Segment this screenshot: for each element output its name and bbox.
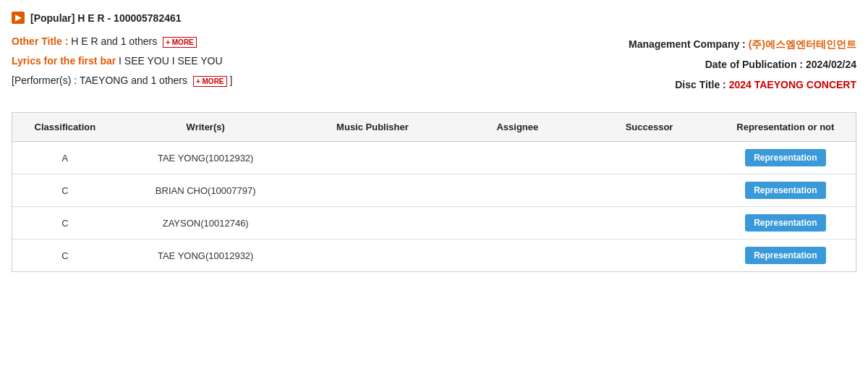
cell-classification: A [12,142,118,174]
cell-writer: TAE YONG(10012932) [118,142,294,174]
cell-representation: Representation [715,174,856,207]
cell-assignee [451,142,583,174]
cell-assignee [451,174,583,207]
cell-representation: Representation [715,239,856,272]
other-title-label: Other Title : [12,35,68,47]
col-header-assignee: Assignee [451,113,583,142]
col-header-successor: Successor [583,113,715,142]
col-header-writers: Writer(s) [118,113,294,142]
management-value: (주)에스엠엔터테인먼트 [749,38,856,50]
col-header-publisher: Music Publisher [294,113,452,142]
disc-label: Disc Title : [675,79,726,90]
representation-button[interactable]: Representation [745,247,825,264]
date-value: 2024/02/24 [806,59,856,70]
cell-assignee [451,207,583,239]
disc-row: Disc Title : 2024 TAEYONG CONCERT [629,75,856,95]
col-header-representation: Representation or not [715,113,856,142]
representation-button[interactable]: Representation [745,214,825,232]
cell-successor [583,174,715,207]
cell-writer: ZAYSON(10012746) [118,207,294,239]
table-row: CBRIAN CHO(10007797)Representation [12,174,856,207]
title-bar: ▶ [Popular] H E R - 100005782461 [12,12,856,24]
lyrics-value: I SEE YOU I SEE YOU [119,55,222,67]
popular-icon: ▶ [12,12,25,24]
page-title: [Popular] H E R - 100005782461 [30,12,182,24]
table-row: ATAE YONG(10012932)Representation [12,142,856,174]
lyrics-label: Lyrics for the first bar [12,55,116,67]
col-header-classification: Classification [12,113,118,142]
performers-row: [Performer(s) : TAEYONG and 1 others + M… [12,73,614,88]
performers-label: [Performer(s) : [12,75,77,86]
left-info: Other Title : H E R and 1 others + MORE … [12,34,614,95]
management-label: Management Company : [629,38,746,50]
cell-publisher [294,239,452,272]
disc-value: 2024 TAEYONG CONCERT [729,79,856,90]
cell-assignee [451,239,583,272]
performers-value: TAEYONG and 1 others [80,75,187,86]
cell-representation: Representation [715,142,856,174]
cell-successor [583,142,715,174]
table-row: CTAE YONG(10012932)Representation [12,239,856,272]
cell-classification: C [12,207,118,239]
cell-classification: C [12,239,118,272]
date-row: Date of Publication : 2024/02/24 [629,54,856,75]
right-info: Management Company : (주)에스엠엔터테인먼트 Date o… [614,34,856,95]
rights-table: Classification Writer(s) Music Publisher… [12,113,856,271]
representation-button[interactable]: Representation [745,149,825,166]
cell-publisher [294,174,452,207]
cell-publisher [294,142,452,174]
performers-close: ] [229,75,232,86]
cell-successor [583,239,715,272]
other-title-text: H E R and 1 others [71,35,157,47]
other-title-more[interactable]: + MORE [163,37,197,48]
cell-writer: TAE YONG(10012932) [118,239,294,272]
table-header-row: Classification Writer(s) Music Publisher… [12,113,856,142]
other-title-row: Other Title : H E R and 1 others + MORE [12,34,614,49]
lyrics-row: Lyrics for the first bar I SEE YOU I SEE… [12,54,614,69]
date-label: Date of Publication : [705,59,803,70]
performers-more[interactable]: + MORE [193,76,227,87]
management-row: Management Company : (주)에스엠엔터테인먼트 [629,34,856,54]
table-section: Classification Writer(s) Music Publisher… [12,112,856,272]
cell-successor [583,207,715,239]
representation-button[interactable]: Representation [745,182,825,199]
table-row: CZAYSON(10012746)Representation [12,207,856,239]
header-section: Other Title : H E R and 1 others + MORE … [12,34,856,95]
cell-writer: BRIAN CHO(10007797) [118,174,294,207]
cell-classification: C [12,174,118,207]
cell-representation: Representation [715,207,856,239]
cell-publisher [294,207,452,239]
